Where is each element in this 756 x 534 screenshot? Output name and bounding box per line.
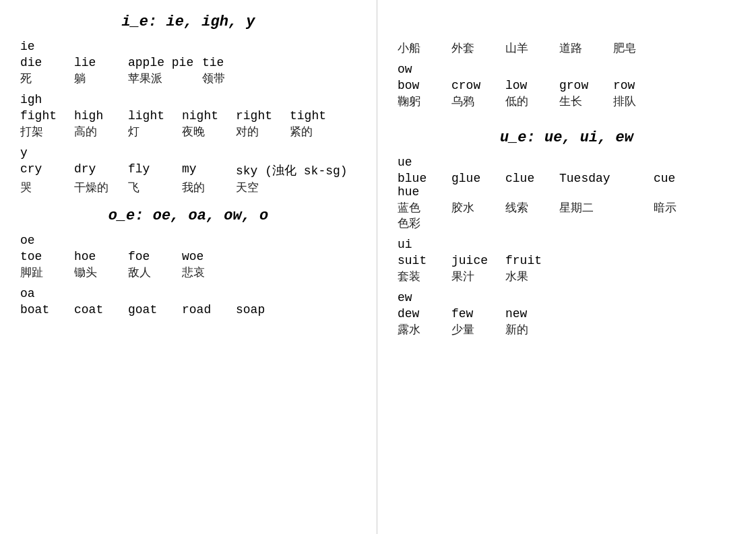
cn-dew: 露水 xyxy=(398,322,451,337)
ui-chinese: 套装 果汁 水果 xyxy=(398,269,736,284)
cn-cry: 哭 xyxy=(20,180,74,195)
cn-low: 低的 xyxy=(505,94,559,109)
igh-chinese: 打架 高的 灯 夜晚 对的 紧的 xyxy=(20,124,356,139)
cn-sky: 天空 xyxy=(236,180,290,195)
word-cue: cue xyxy=(654,172,707,185)
word-toe: toe xyxy=(20,250,74,263)
cn-high: 高的 xyxy=(74,124,128,139)
cn-die: 死 xyxy=(20,71,74,86)
cn-tuesday: 星期二 xyxy=(559,200,654,215)
ue-words: blue glue clue Tuesday cue hue xyxy=(398,172,736,199)
word-fly: fly xyxy=(128,162,182,178)
word-clue: clue xyxy=(505,172,559,185)
ue-label: ue xyxy=(398,156,736,169)
word-cry: cry xyxy=(20,162,74,178)
word-crow: crow xyxy=(451,79,505,92)
word-dry: dry xyxy=(74,162,128,178)
cn-suit: 套装 xyxy=(398,269,451,284)
cn-juice: 果汁 xyxy=(451,269,505,284)
ew-chinese: 露水 少量 新的 xyxy=(398,322,736,337)
word-fruit: fruit xyxy=(505,254,559,267)
igh-label: igh xyxy=(20,93,356,106)
cn-tie: 领带 xyxy=(202,71,256,86)
oa-label: oa xyxy=(20,287,356,300)
left-title: i_e: ie, igh, y xyxy=(20,13,356,30)
word-night: night xyxy=(182,109,236,123)
word-boat: boat xyxy=(20,303,74,316)
word-foe: foe xyxy=(128,250,182,263)
cn-road: 道路 xyxy=(559,40,613,56)
left-panel: i_e: ie, igh, y ie die lie apple pie tie… xyxy=(0,0,377,534)
cn-my: 我的 xyxy=(182,180,236,195)
ow-label: ow xyxy=(398,63,736,76)
word-new: new xyxy=(505,307,559,321)
cn-soap: 肥皂 xyxy=(613,40,667,56)
ui-label: ui xyxy=(398,238,736,251)
word-lie: lie xyxy=(74,56,128,69)
cn-boat: 小船 xyxy=(398,40,451,56)
cn-lie: 躺 xyxy=(74,71,128,86)
oe-chinese: 脚趾 锄头 敌人 悲哀 xyxy=(20,265,356,280)
word-row: row xyxy=(613,79,667,92)
ow-chinese: 鞠躬 乌鸦 低的 生长 排队 xyxy=(398,94,736,109)
word-woe: woe xyxy=(182,250,236,263)
oa-chinese-right: 小船 外套 山羊 道路 肥皂 xyxy=(398,40,736,56)
cn-applepie: 苹果派 xyxy=(128,71,202,86)
cn-coat: 外套 xyxy=(451,40,505,56)
cn-light: 灯 xyxy=(128,124,182,139)
word-die: die xyxy=(20,56,74,69)
cn-few: 少量 xyxy=(451,322,505,337)
word-right: right xyxy=(236,109,290,123)
ew-label: ew xyxy=(398,291,736,304)
word-my: my xyxy=(182,162,236,178)
word-hue: hue xyxy=(398,185,451,199)
word-sky: sky (浊化 sk-sg) xyxy=(236,162,353,178)
word-coat: coat xyxy=(74,303,128,316)
cn-row: 排队 xyxy=(613,94,667,109)
word-glue: glue xyxy=(451,172,505,185)
word-few: few xyxy=(451,307,505,321)
cn-fruit: 水果 xyxy=(505,269,559,284)
cn-grow: 生长 xyxy=(559,94,613,109)
word-high: high xyxy=(74,109,128,123)
oe-words: toe hoe foe woe xyxy=(20,250,356,263)
word-juice: juice xyxy=(451,254,505,267)
cn-tight: 紧的 xyxy=(290,124,344,139)
word-tight: tight xyxy=(290,109,344,123)
cn-woe: 悲哀 xyxy=(182,265,236,280)
cn-right: 对的 xyxy=(236,124,290,139)
word-fight: fight xyxy=(20,109,74,123)
left-title2: o_e: oe, oa, ow, o xyxy=(20,207,356,224)
right-panel: 小船 外套 山羊 道路 肥皂 ow bow crow low grow row … xyxy=(377,0,756,534)
word-bow: bow xyxy=(398,79,451,92)
cn-foe: 敌人 xyxy=(128,265,182,280)
word-dew: dew xyxy=(398,307,451,321)
cn-hue: 色彩 xyxy=(398,215,451,231)
cn-toe: 脚趾 xyxy=(20,265,74,280)
cn-hoe: 锄头 xyxy=(74,265,128,280)
cn-fly: 飞 xyxy=(128,180,182,195)
word-soap: soap xyxy=(236,303,290,316)
word-grow: grow xyxy=(559,79,613,92)
y-label: y xyxy=(20,146,356,160)
ow-words: bow crow low grow row xyxy=(398,79,736,92)
right-title: u_e: ue, ui, ew xyxy=(398,129,736,146)
cn-glue: 胶水 xyxy=(451,200,505,215)
cn-goat: 山羊 xyxy=(505,40,559,56)
cn-crow: 乌鸦 xyxy=(451,94,505,109)
ie-words: die lie apple pie tie xyxy=(20,56,356,69)
word-applepie: apple pie xyxy=(128,56,202,69)
word-blue: blue xyxy=(398,172,451,185)
oa-words: boat coat goat road soap xyxy=(20,303,356,316)
cn-blue: 蓝色 xyxy=(398,200,451,215)
word-suit: suit xyxy=(398,254,451,267)
ie-chinese: 死 躺 苹果派 领带 xyxy=(20,71,356,86)
word-hoe: hoe xyxy=(74,250,128,263)
word-road: road xyxy=(182,303,236,316)
ue-chinese: 蓝色 胶水 线索 星期二 暗示 色彩 xyxy=(398,200,736,231)
cn-bow: 鞠躬 xyxy=(398,94,451,109)
oe-label: oe xyxy=(20,234,356,247)
ew-words: dew few new xyxy=(398,307,736,321)
y-chinese: 哭 干燥的 飞 我的 天空 xyxy=(20,180,356,195)
cn-night: 夜晚 xyxy=(182,124,236,139)
